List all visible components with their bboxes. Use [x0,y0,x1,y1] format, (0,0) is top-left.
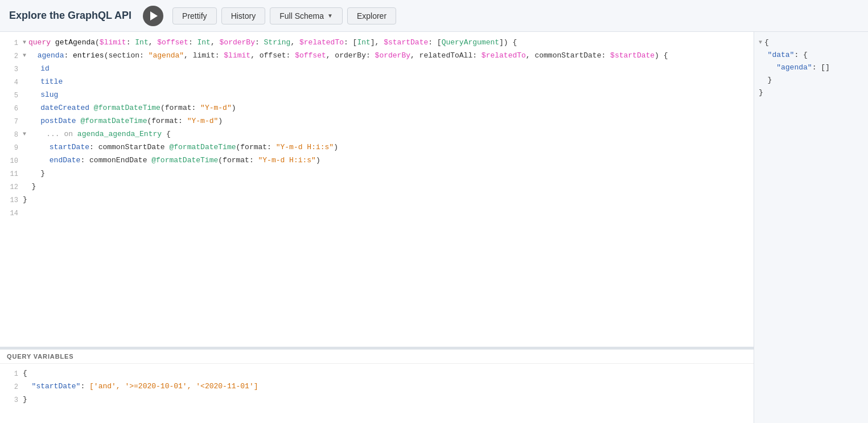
response-content: "data": { [759,49,808,61]
full-schema-button[interactable]: Full Schema ▼ [270,7,343,24]
line-number: 6 [5,102,18,115]
code-content: id [23,63,749,75]
collapse-arrow-icon[interactable]: ▼ [23,50,26,62]
code-content: } [23,393,749,406]
code-line: 4 title [0,76,754,89]
line-number: 3 [5,393,18,406]
code-line: 5 slug [0,89,754,102]
line-number: 10 [5,154,18,167]
response-line: ▼{ [754,36,868,49]
run-button[interactable] [143,6,163,26]
editor-panel: 1▼query getAgenda($limit: Int, $offset: … [0,32,754,423]
response-line: "data": { [754,49,868,61]
collapse-arrow-icon[interactable]: ▼ [759,36,762,49]
collapse-arrow-icon[interactable]: ▼ [23,36,26,49]
code-line: 7 postDate @formatDateTime(format: "Y-m-… [0,115,754,128]
query-vars-panel: Query Variables 1{2 "startDate": ['and',… [0,349,754,423]
code-line: 8▼ ... on agenda_agenda_Entry { [0,128,754,141]
code-content: query getAgenda($limit: Int, $offset: In… [28,36,749,49]
line-number: 5 [5,89,18,102]
line-number: 7 [5,115,18,128]
code-line: 14 [0,207,754,220]
code-content: } [23,167,749,180]
code-content: title [23,76,749,88]
line-number: 4 [5,76,18,89]
line-number: 12 [5,180,18,194]
response-line: "agenda": [] [754,61,868,74]
line-number: 2 [5,380,18,393]
code-content: postDate @formatDateTime(format: "Y-m-d"… [23,115,749,128]
code-editor[interactable]: 1▼query getAgenda($limit: Int, $offset: … [0,32,754,347]
code-line: 10 endDate: commonEndDate @formatDateTim… [0,154,754,167]
code-line: 13} [0,194,754,207]
main-container: 1▼query getAgenda($limit: Int, $offset: … [0,32,868,423]
response-content: { [764,36,769,49]
response-content: "agenda": [] [759,61,830,74]
line-number: 1 [5,367,18,380]
line-number: 3 [5,63,18,76]
response-line: } [754,74,868,87]
code-content: endDate: commonEndDate @formatDateTime(f… [23,154,749,167]
code-content: startDate: commonStartDate @formatDateTi… [23,141,749,154]
history-button[interactable]: History [221,7,266,24]
app-header: Explore the GraphQL API Prettify History… [0,0,868,32]
query-var-line: 1{ [0,367,754,380]
code-line: 9 startDate: commonStartDate @formatDate… [0,141,754,154]
line-number: 1 [5,36,18,50]
chevron-down-icon: ▼ [327,13,333,19]
line-number: 2 [5,50,18,63]
code-line: 11 } [0,167,754,180]
app-title: Explore the GraphQL API [9,10,131,22]
code-content: } [23,194,749,206]
play-icon [150,11,158,20]
code-content: { [23,367,749,380]
code-content: agenda: entries(section: "agenda", limit… [28,50,749,62]
code-line: 6 dateCreated @formatDateTime(format: "Y… [0,102,754,115]
code-line: 2▼ agenda: entries(section: "agenda", li… [0,50,754,63]
code-content: slug [23,89,749,101]
code-content: } [23,180,749,193]
query-var-line: 3} [0,393,754,406]
code-line: 12 } [0,180,754,194]
response-panel[interactable]: ▼{ "data": { "agenda": [] }} [754,32,868,423]
query-vars-header: Query Variables [0,350,754,364]
code-line: 3 id [0,63,754,76]
code-content: dateCreated @formatDateTime(format: "Y-m… [23,102,749,114]
code-line: 1▼query getAgenda($limit: Int, $offset: … [0,36,754,50]
line-number: 13 [5,194,18,207]
prettify-button[interactable]: Prettify [172,7,217,24]
code-content: ... on agenda_agenda_Entry { [28,128,749,141]
explorer-button[interactable]: Explorer [347,7,396,24]
response-content: } [759,87,763,99]
response-line: } [754,87,868,99]
response-content: } [759,74,772,87]
collapse-arrow-icon[interactable]: ▼ [23,128,26,141]
code-content: "startDate": ['and', '>=2020-10-01', '<2… [23,380,749,393]
line-number: 8 [5,128,18,141]
line-number: 11 [5,167,18,180]
query-var-line: 2 "startDate": ['and', '>=2020-10-01', '… [0,380,754,393]
line-number: 9 [5,141,18,154]
line-number: 14 [5,207,18,220]
query-vars-editor[interactable]: 1{2 "startDate": ['and', '>=2020-10-01',… [0,364,754,423]
